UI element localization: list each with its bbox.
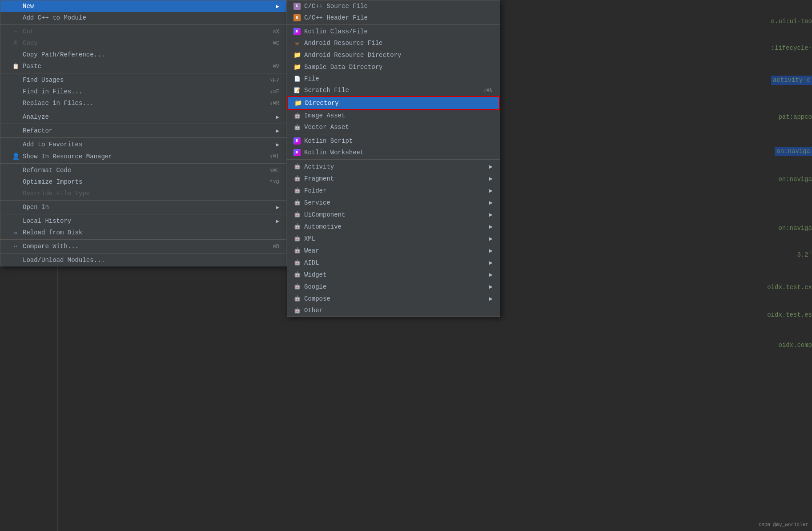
submenu-arrow: ▶: [489, 247, 493, 254]
menu-item-reformat-code[interactable]: Reformat Code ⌥⌘L: [0, 165, 286, 176]
sub-menu-item-fragment[interactable]: 🤖 Fragment ▶: [287, 173, 500, 185]
menu-item-copy-path-label: Copy Path/Reference...: [23, 51, 105, 58]
sub-menu-item-wear[interactable]: 🤖 Wear ▶: [287, 245, 500, 257]
menu-item-find-usages[interactable]: Find Usages ⌥F7: [0, 74, 286, 86]
submenu-arrow: ▶: [489, 187, 493, 194]
cpp-header-icon: H: [293, 14, 301, 21]
separator-6: [0, 163, 286, 164]
sub-menu-item-activity[interactable]: 🤖 Activity ▶: [287, 161, 500, 173]
submenu-arrow: ▶: [276, 218, 279, 225]
menu-item-add-favorites[interactable]: Add to Favorites ▶: [0, 139, 286, 150]
menu-item-compare-with[interactable]: ↔ Compare With... ⌘D: [0, 241, 286, 252]
right-line-2: :lifecycle-: [771, 44, 812, 52]
menu-item-copy-path[interactable]: Copy Path/Reference...: [0, 49, 286, 60]
sub-menu-item-kotlin-class[interactable]: K Kotlin Class/File: [287, 26, 500, 37]
sub-menu-item-sample-data-dir-label: Sample Data Directory: [304, 64, 382, 71]
android-icon: 🤖: [293, 199, 301, 206]
menu-item-load-unload-label: Load/Unload Modules...: [23, 257, 105, 264]
separator-5: [0, 137, 286, 138]
menu-item-open-in[interactable]: Open In ▶: [0, 201, 286, 213]
menu-item-override-file-type[interactable]: Override File Type: [0, 188, 286, 199]
sub-menu-item-other[interactable]: 🤖 Other: [287, 305, 500, 316]
menu-item-compare-with-label: Compare With...: [23, 243, 79, 250]
sub-separator-3: [287, 159, 500, 160]
menu-item-show-resource-mgr[interactable]: 👤 Show In Resource Manager ⇧⌘T: [0, 150, 286, 162]
separator-2: [0, 73, 286, 73]
sub-menu-item-compose-label: Compose: [304, 295, 330, 302]
menu-item-new[interactable]: New ▶: [0, 0, 286, 12]
sub-menu-item-android-res-file[interactable]: ⊞ Android Resource File: [287, 37, 500, 49]
submenu-arrow: ▶: [276, 114, 279, 121]
menu-item-local-history-label: Local History: [23, 217, 71, 225]
menu-item-open-in-label: Open In: [23, 204, 49, 211]
menu-item-reformat-code-label: Reformat Code: [23, 167, 71, 174]
right-line-11: oidx.comp: [778, 342, 812, 349]
sub-menu-item-android-res-dir[interactable]: 📁 Android Resource Directory: [287, 49, 500, 61]
scratch-file-shortcut: ⇧⌘N: [483, 87, 493, 94]
submenu-arrow: ▶: [489, 199, 493, 206]
sub-menu-item-kotlin-worksheet[interactable]: K Kotlin Worksheet: [287, 147, 500, 158]
sub-menu-item-kotlin-class-label: Kotlin Class/File: [304, 28, 368, 35]
sub-menu-item-image-asset-label: Image Asset: [304, 112, 345, 119]
sub-menu-item-wear-label: Wear: [304, 247, 319, 254]
right-line-5: on:naviga: [776, 148, 810, 155]
menu-item-find-in-files[interactable]: Find in Files... ⇧⌘F: [0, 86, 286, 97]
right-line-10: oidx.test.es: [767, 311, 812, 318]
menu-item-cut[interactable]: ✂ Cut ⌘X: [0, 26, 286, 37]
sub-menu-item-automotive[interactable]: 🤖 Automotive ▶: [287, 221, 500, 233]
sub-menu-item-cpp-header-label: C/C++ Header File: [304, 14, 368, 21]
sub-menu-item-image-asset[interactable]: 🤖 Image Asset: [287, 110, 500, 121]
menu-item-add-cpp-label: Add C++ to Module: [23, 14, 86, 21]
menu-item-reload-from-disk[interactable]: ↻ Reload from Disk: [0, 227, 286, 238]
right-line-8: 3.2': [797, 251, 812, 258]
right-line-9: oidx.test.ex: [767, 284, 812, 291]
menu-item-local-history[interactable]: Local History ▶: [0, 215, 286, 227]
sub-menu-item-scratch-file[interactable]: 📝 Scratch File ⇧⌘N: [287, 84, 500, 96]
android-res-icon: ⊞: [293, 40, 301, 47]
folder-menu-icon: 📁: [293, 99, 302, 107]
sub-menu-item-vector-asset[interactable]: 🤖 Vector Asset: [287, 121, 500, 133]
menu-item-copy[interactable]: ⎘ Copy ⌘C: [0, 37, 286, 49]
menu-item-refactor[interactable]: Refactor ▶: [0, 125, 286, 137]
sub-menu-item-fragment-label: Fragment: [304, 175, 334, 182]
optimize-imports-shortcut: ^⌥O: [269, 179, 279, 185]
sub-menu-item-compose[interactable]: 🤖 Compose ▶: [287, 293, 500, 305]
sub-menu-item-widget[interactable]: 🤖 Widget ▶: [287, 269, 500, 281]
submenu-arrow: ▶: [489, 211, 493, 218]
menu-item-add-cpp[interactable]: Add C++ to Module: [0, 12, 286, 24]
menu-item-replace-in-files[interactable]: Replace in Files... ⇧⌘R: [0, 97, 286, 109]
kotlin-icon: K: [293, 28, 301, 35]
paste-shortcut: ⌘V: [273, 63, 279, 70]
submenu-arrow: ▶: [276, 204, 279, 211]
sub-menu-item-google[interactable]: 🤖 Google ▶: [287, 281, 500, 293]
sub-menu-item-service[interactable]: 🤖 Service ▶: [287, 197, 500, 209]
show-resource-mgr-shortcut: ⇧⌘T: [269, 153, 279, 160]
sub-menu-item-service-label: Service: [304, 199, 330, 206]
sub-menu-item-kotlin-script[interactable]: K Kotlin Script: [287, 135, 500, 147]
menu-item-paste[interactable]: 📋 Paste ⌘V: [0, 60, 286, 72]
submenu-arrow: ▶: [489, 259, 493, 266]
menu-item-analyze[interactable]: Analyze ▶: [0, 111, 286, 123]
android-icon: 🤖: [293, 113, 301, 119]
sub-menu-item-sample-data-dir[interactable]: 📁 Sample Data Directory: [287, 61, 500, 73]
sub-menu-item-cpp-header[interactable]: H C/C++ Header File: [287, 12, 500, 24]
submenu-arrow: ▶: [489, 283, 493, 290]
sub-menu-item-folder[interactable]: 🤖 Folder ▶: [287, 185, 500, 197]
sub-menu-item-android-res-dir-label: Android Resource Directory: [304, 52, 401, 59]
sub-menu-item-cpp-source[interactable]: C C/C++ Source File: [287, 0, 500, 12]
submenu-arrow: ▶: [489, 271, 493, 278]
watermark: CSDN @my_worldlet: [759, 522, 808, 527]
separator-8: [0, 214, 286, 214]
sub-menu-item-kotlin-script-label: Kotlin Script: [304, 137, 353, 145]
sub-menu-item-aidl[interactable]: 🤖 AIDL ▶: [287, 257, 500, 269]
sub-menu-item-directory[interactable]: 📁 Directory: [287, 96, 500, 110]
android-icon: 🤖: [293, 295, 301, 302]
menu-item-optimize-imports[interactable]: Optimize Imports ^⌥O: [0, 176, 286, 188]
cpp-source-icon: C: [293, 3, 301, 10]
resource-icon: 👤: [11, 153, 20, 160]
sub-menu-item-file[interactable]: 📄 File: [287, 73, 500, 84]
android-icon: 🤖: [293, 187, 301, 194]
sub-menu-item-xml[interactable]: 🤖 XML ▶: [287, 233, 500, 245]
menu-item-load-unload[interactable]: Load/Unload Modules...: [0, 254, 286, 266]
sub-menu-item-ui-component[interactable]: 🤖 UiComponent ▶: [287, 209, 500, 221]
